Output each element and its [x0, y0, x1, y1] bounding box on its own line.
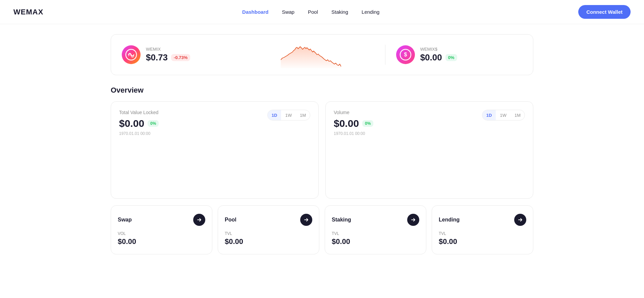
wemixs-price: $0.00 — [420, 52, 442, 63]
overview-title: Overview — [111, 86, 533, 95]
nav-dashboard[interactable]: Dashboard — [242, 9, 268, 15]
staking-card: Staking TVL $0.00 — [325, 205, 426, 254]
lending-metric-value: $0.00 — [439, 237, 526, 246]
wemix-chart — [248, 41, 374, 68]
main-nav: Dashboard Swap Pool Staking Lending — [242, 9, 379, 15]
wemix-info: WEMIX $0.73 -0.73% — [146, 47, 190, 63]
volume-filter-1m[interactable]: 1M — [511, 110, 525, 120]
wemix-token-icon — [122, 45, 141, 64]
volume-card: Volume $0.00 0% 1970.01.01 00:00 1D 1W 1… — [325, 101, 533, 199]
tvl-value: $0.00 — [119, 118, 144, 129]
swap-metric-value: $0.00 — [118, 237, 205, 246]
wemix-name: WEMIX — [146, 47, 190, 52]
nav-pool[interactable]: Pool — [308, 9, 318, 15]
tvl-filter-1w[interactable]: 1W — [281, 110, 296, 120]
volume-date: 1970.01.01 00:00 — [334, 131, 373, 136]
tvl-date: 1970.01.01 00:00 — [119, 131, 159, 136]
wemixs-info: WEMIX$ $0.00 0% — [420, 47, 457, 63]
bottom-grid: Swap VOL $0.00 Pool TVL $0.00 Staking — [111, 205, 533, 254]
wemixs-ticker: $ WEMIX$ $0.00 0% — [396, 45, 522, 64]
wemix-change: -0.73% — [171, 54, 190, 61]
swap-arrow-button[interactable] — [193, 214, 205, 226]
wemixs-change: 0% — [445, 54, 457, 61]
lending-metric-label: TVL — [439, 231, 526, 236]
staking-metric-value: $0.00 — [332, 237, 419, 246]
lending-card: Lending TVL $0.00 — [432, 205, 533, 254]
tvl-filter-1d[interactable]: 1D — [268, 110, 281, 120]
volume-filter-1w[interactable]: 1W — [496, 110, 511, 120]
wemix-price: $0.73 — [146, 52, 168, 63]
volume-label: Volume — [334, 110, 373, 115]
wemixs-name: WEMIX$ — [420, 47, 457, 52]
ticker-card: WEMIX $0.73 -0.73% — [111, 34, 533, 75]
pool-metric-label: TVL — [225, 231, 312, 236]
staking-arrow-button[interactable] — [407, 214, 419, 226]
swap-metric-label: VOL — [118, 231, 205, 236]
pool-card-title: Pool — [225, 217, 236, 223]
staking-metric-label: TVL — [332, 231, 419, 236]
lending-card-title: Lending — [439, 217, 460, 223]
pool-card: Pool TVL $0.00 — [218, 205, 319, 254]
tvl-time-filters: 1D 1W 1M — [267, 110, 310, 120]
svg-text:$: $ — [404, 52, 407, 57]
wemixs-token-icon: $ — [396, 45, 415, 64]
volume-time-filters: 1D 1W 1M — [482, 110, 525, 120]
tvl-card: Total Value Locked $0.00 0% 1970.01.01 0… — [111, 101, 319, 199]
staking-card-title: Staking — [332, 217, 351, 223]
overview-grid: Total Value Locked $0.00 0% 1970.01.01 0… — [111, 101, 533, 199]
logo: WEMAX — [13, 8, 43, 16]
tvl-label: Total Value Locked — [119, 110, 159, 115]
pool-metric-value: $0.00 — [225, 237, 312, 246]
tvl-badge: 0% — [148, 120, 159, 127]
nav-staking[interactable]: Staking — [331, 9, 348, 15]
tvl-filter-1m[interactable]: 1M — [296, 110, 310, 120]
nav-lending[interactable]: Lending — [362, 9, 379, 15]
wemix-ticker: WEMIX $0.73 -0.73% — [122, 45, 248, 64]
connect-wallet-button[interactable]: Connect Wallet — [578, 5, 631, 19]
volume-value: $0.00 — [334, 118, 359, 129]
swap-card-title: Swap — [118, 217, 132, 223]
lending-arrow-button[interactable] — [514, 214, 526, 226]
volume-badge: 0% — [362, 120, 373, 127]
swap-card: Swap VOL $0.00 — [111, 205, 212, 254]
volume-filter-1d[interactable]: 1D — [482, 110, 496, 120]
ticker-divider — [385, 45, 385, 65]
nav-swap[interactable]: Swap — [282, 9, 294, 15]
pool-arrow-button[interactable] — [300, 214, 312, 226]
